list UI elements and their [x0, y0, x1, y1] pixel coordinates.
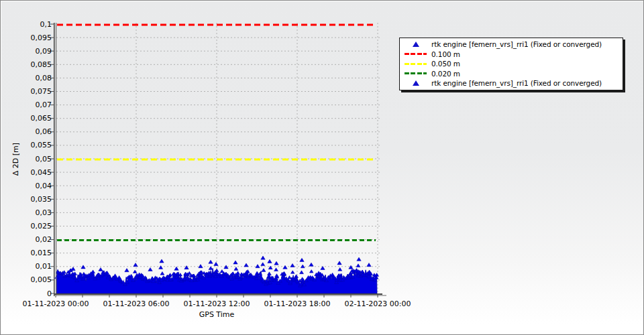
- legend-marker-cell: [400, 53, 431, 55]
- y-tick-label: 0,1: [17, 20, 52, 29]
- scatter-marker: [199, 265, 203, 268]
- y-tick-label: 0,09: [17, 47, 52, 56]
- y-tick-label: 0,065: [17, 114, 52, 123]
- y-tick-label: 0,015: [17, 249, 52, 257]
- scatter-marker: [215, 269, 219, 272]
- scatter-marker: [214, 262, 218, 265]
- scatter-marker: [261, 256, 265, 259]
- y-axis-line2: [56, 23, 56, 296]
- scatter-marker: [220, 269, 224, 272]
- scatter-marker: [262, 269, 266, 272]
- scatter-marker: [274, 268, 278, 271]
- scatter-marker: [133, 263, 138, 267]
- y-tick-label: 0,005: [17, 275, 52, 284]
- scatter-marker: [357, 257, 361, 261]
- y-tick-label: 0: [17, 289, 52, 298]
- legend-marker-cell: [400, 63, 431, 65]
- scatter-marker: [209, 267, 213, 270]
- scatter-marker: [321, 266, 325, 269]
- scatter-marker: [274, 261, 278, 265]
- scatter-marker: [368, 270, 372, 273]
- legend-marker-cell: [400, 42, 431, 47]
- scatter-marker: [268, 259, 272, 263]
- scatter-marker: [159, 266, 163, 269]
- y-axis-line: [54, 23, 55, 296]
- legend-marker-cell: [400, 72, 431, 74]
- legend-item-label: 0.100 m: [431, 50, 460, 58]
- y-tick-label: 0,04: [17, 182, 52, 190]
- y-tick-label: 0,06: [17, 127, 52, 136]
- y-tick-label: 0,085: [17, 60, 52, 69]
- legend-marker-dash-icon: [405, 63, 427, 65]
- scatter-marker: [301, 277, 305, 280]
- scatter-marker: [174, 267, 178, 270]
- scatter-marker: [267, 272, 271, 275]
- y-tick-label: 0,025: [17, 222, 52, 230]
- scatter-marker: [125, 269, 129, 272]
- legend-item-label: rtk engine [femern_vrs]_rri1 (Fixed or c…: [431, 40, 602, 48]
- x-axis-shadow: [56, 295, 386, 296]
- y-tick-label: 0,095: [17, 34, 52, 42]
- y-tick-label: 0,075: [17, 87, 52, 96]
- y-tick-label: 0,08: [17, 74, 52, 82]
- scatter-marker: [148, 267, 152, 271]
- y-tick-label: 0,045: [17, 168, 52, 177]
- scatter-marker: [290, 271, 294, 273]
- scatter-marker: [309, 270, 313, 273]
- y-tick-label: 0,055: [17, 141, 52, 149]
- scatter-marker: [91, 270, 95, 273]
- scatter-marker: [261, 263, 265, 266]
- y-tick-label: 0,035: [17, 195, 52, 204]
- scatter-marker: [290, 263, 294, 267]
- scatter-marker: [367, 263, 371, 267]
- scatter-marker: [239, 273, 244, 275]
- legend-item: rtk engine [femern_vrs]_rri1 (Fixed or c…: [400, 40, 623, 50]
- scatter-marker: [233, 261, 237, 264]
- scatter-marker: [160, 259, 164, 263]
- scatter-marker: [283, 265, 287, 269]
- scatter-marker: [187, 271, 191, 274]
- legend-box: rtk engine [femern_vrs]_rri1 (Fixed or c…: [399, 38, 623, 90]
- scatter-marker: [150, 277, 154, 279]
- legend-item: 0.020 m: [400, 69, 623, 79]
- scatter-marker: [81, 265, 85, 269]
- scatter-marker: [338, 267, 342, 271]
- scatter-marker: [71, 267, 75, 271]
- scatter-marker: [300, 271, 304, 274]
- legend-marker-dash-icon: [405, 72, 427, 74]
- scatter-marker: [256, 265, 260, 268]
- legend-item-label: 0.050 m: [431, 60, 460, 68]
- scatter-marker: [349, 265, 353, 269]
- scatter-marker: [294, 275, 299, 278]
- x-tick-label: 01-11-2023 00:00: [15, 299, 96, 308]
- x-tick-label: 01-11-2023 18:00: [257, 299, 337, 308]
- y-tick-label: 0,03: [17, 208, 52, 217]
- y-tick-label: 0,07: [17, 100, 52, 109]
- x-tick-label: 01-11-2023 06:00: [96, 299, 176, 308]
- scatter-marker: [337, 261, 341, 265]
- legend-item-label: rtk engine [femern_vrs]_rri1 (Fixed or c…: [431, 79, 602, 87]
- scatter-marker: [300, 258, 304, 261]
- x-axis-title: GPS Time: [176, 310, 257, 319]
- x-tick-label: 02-11-2023 00:00: [337, 299, 418, 308]
- legend-marker-dash-icon: [405, 53, 427, 55]
- x-tick-label: 01-11-2023 12:00: [176, 299, 257, 308]
- scatter-marker: [255, 271, 259, 274]
- scatter-marker: [99, 267, 103, 271]
- legend-item: 0.100 m: [400, 50, 623, 60]
- legend-marker-triangle-icon: [413, 42, 419, 47]
- legend-marker-cell: [400, 80, 431, 86]
- scatter-marker: [356, 264, 360, 267]
- x-axis-line: [54, 293, 382, 295]
- y-tick-label: 0,05: [17, 155, 52, 163]
- y-tick-label: 0,01: [17, 262, 52, 271]
- legend-item: 0.050 m: [400, 59, 623, 69]
- legend-item: rtk engine [femern_vrs]_rri1 (Fixed or c…: [400, 78, 623, 88]
- scatter-marker: [209, 260, 213, 263]
- chart-window: Δ 2D [m] GPS Time 0,10,0950,090,0850,080…: [0, 0, 644, 335]
- legend-item-label: 0.020 m: [431, 70, 460, 78]
- scatter-marker: [244, 263, 248, 267]
- scatter-marker: [274, 274, 278, 277]
- scatter-marker: [309, 263, 313, 266]
- y-tick-label: 0,02: [17, 235, 52, 244]
